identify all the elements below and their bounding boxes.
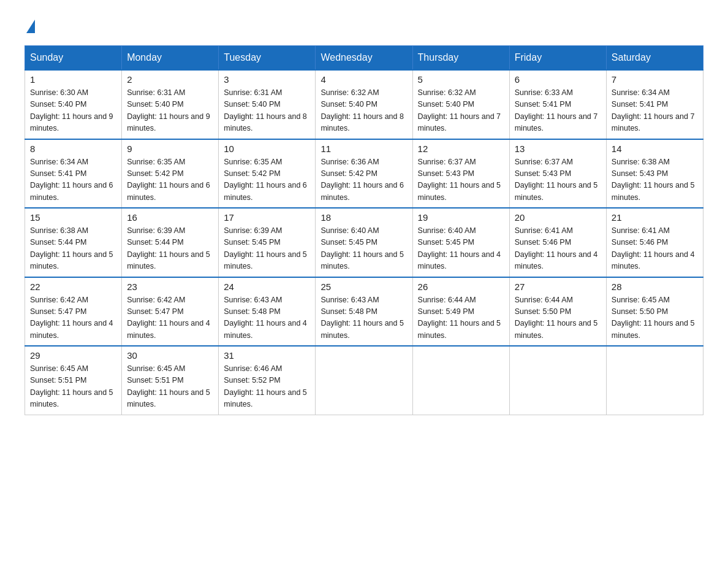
calendar-cell: 5Sunrise: 6:32 AMSunset: 5:40 PMDaylight… — [412, 70, 509, 139]
day-number: 20 — [515, 212, 601, 223]
day-info: Sunrise: 6:34 AMSunset: 5:41 PMDaylight:… — [30, 156, 116, 204]
day-info: Sunrise: 6:42 AMSunset: 5:47 PMDaylight:… — [127, 294, 213, 342]
day-info: Sunrise: 6:45 AMSunset: 5:51 PMDaylight:… — [127, 363, 213, 411]
day-number: 19 — [418, 212, 504, 223]
day-number: 17 — [224, 212, 310, 223]
day-number: 6 — [515, 74, 601, 85]
day-info: Sunrise: 6:36 AMSunset: 5:42 PMDaylight:… — [320, 156, 407, 204]
calendar-cell: 26Sunrise: 6:44 AMSunset: 5:49 PMDayligh… — [412, 277, 509, 347]
calendar-cell: 13Sunrise: 6:37 AMSunset: 5:43 PMDayligh… — [509, 139, 606, 209]
column-header-monday: Monday — [122, 46, 219, 71]
calendar-week-row: 15Sunrise: 6:38 AMSunset: 5:44 PMDayligh… — [25, 208, 703, 277]
day-info: Sunrise: 6:34 AMSunset: 5:41 PMDaylight:… — [612, 87, 698, 135]
day-info: Sunrise: 6:32 AMSunset: 5:40 PMDaylight:… — [320, 87, 407, 135]
day-number: 1 — [30, 74, 116, 85]
day-number: 18 — [320, 212, 407, 223]
calendar-cell — [606, 346, 703, 415]
day-number: 7 — [612, 74, 698, 85]
logo — [25, 18, 36, 33]
day-info: Sunrise: 6:37 AMSunset: 5:43 PMDaylight:… — [418, 156, 504, 204]
calendar-cell: 15Sunrise: 6:38 AMSunset: 5:44 PMDayligh… — [25, 208, 122, 277]
calendar-cell: 24Sunrise: 6:43 AMSunset: 5:48 PMDayligh… — [219, 277, 316, 347]
calendar-cell — [412, 346, 509, 415]
day-number: 25 — [320, 282, 407, 292]
day-info: Sunrise: 6:33 AMSunset: 5:41 PMDaylight:… — [515, 87, 601, 135]
day-number: 21 — [612, 212, 698, 223]
day-number: 22 — [30, 282, 116, 292]
day-info: Sunrise: 6:38 AMSunset: 5:43 PMDaylight:… — [612, 156, 698, 204]
day-info: Sunrise: 6:39 AMSunset: 5:44 PMDaylight:… — [127, 225, 213, 273]
calendar-cell: 18Sunrise: 6:40 AMSunset: 5:45 PMDayligh… — [316, 208, 412, 277]
day-number: 26 — [418, 282, 504, 292]
calendar-cell: 22Sunrise: 6:42 AMSunset: 5:47 PMDayligh… — [25, 277, 122, 347]
day-number: 2 — [127, 74, 213, 85]
day-number: 5 — [418, 74, 504, 85]
day-info: Sunrise: 6:31 AMSunset: 5:40 PMDaylight:… — [224, 87, 310, 135]
calendar-week-row: 8Sunrise: 6:34 AMSunset: 5:41 PMDaylight… — [25, 139, 703, 209]
calendar-cell: 27Sunrise: 6:44 AMSunset: 5:50 PMDayligh… — [509, 277, 606, 347]
day-info: Sunrise: 6:44 AMSunset: 5:50 PMDaylight:… — [515, 294, 601, 342]
calendar-cell: 23Sunrise: 6:42 AMSunset: 5:47 PMDayligh… — [122, 277, 219, 347]
day-info: Sunrise: 6:37 AMSunset: 5:43 PMDaylight:… — [515, 156, 601, 204]
day-info: Sunrise: 6:45 AMSunset: 5:51 PMDaylight:… — [30, 363, 116, 411]
day-number: 28 — [612, 282, 698, 292]
calendar-week-row: 1Sunrise: 6:30 AMSunset: 5:40 PMDaylight… — [25, 70, 703, 139]
page-header — [25, 18, 703, 33]
calendar-cell: 20Sunrise: 6:41 AMSunset: 5:46 PMDayligh… — [509, 208, 606, 277]
day-number: 11 — [320, 144, 407, 154]
calendar-cell: 9Sunrise: 6:35 AMSunset: 5:42 PMDaylight… — [122, 139, 219, 209]
calendar-cell: 4Sunrise: 6:32 AMSunset: 5:40 PMDaylight… — [316, 70, 412, 139]
calendar-cell: 19Sunrise: 6:40 AMSunset: 5:45 PMDayligh… — [412, 208, 509, 277]
day-info: Sunrise: 6:43 AMSunset: 5:48 PMDaylight:… — [320, 294, 407, 342]
calendar-cell: 31Sunrise: 6:46 AMSunset: 5:52 PMDayligh… — [219, 346, 316, 415]
column-header-tuesday: Tuesday — [219, 46, 316, 71]
column-header-saturday: Saturday — [606, 46, 703, 71]
day-number: 23 — [127, 282, 213, 292]
day-number: 13 — [515, 144, 601, 154]
calendar-cell: 25Sunrise: 6:43 AMSunset: 5:48 PMDayligh… — [316, 277, 412, 347]
day-info: Sunrise: 6:35 AMSunset: 5:42 PMDaylight:… — [127, 156, 213, 204]
calendar-cell — [509, 346, 606, 415]
day-number: 31 — [224, 350, 310, 361]
calendar-header-row: SundayMondayTuesdayWednesdayThursdayFrid… — [25, 46, 703, 71]
calendar-week-row: 29Sunrise: 6:45 AMSunset: 5:51 PMDayligh… — [25, 346, 703, 415]
calendar-cell: 3Sunrise: 6:31 AMSunset: 5:40 PMDaylight… — [219, 70, 316, 139]
calendar-cell: 11Sunrise: 6:36 AMSunset: 5:42 PMDayligh… — [316, 139, 412, 209]
calendar-cell: 6Sunrise: 6:33 AMSunset: 5:41 PMDaylight… — [509, 70, 606, 139]
day-number: 30 — [127, 350, 213, 361]
day-number: 12 — [418, 144, 504, 154]
day-info: Sunrise: 6:31 AMSunset: 5:40 PMDaylight:… — [127, 87, 213, 135]
calendar-cell: 7Sunrise: 6:34 AMSunset: 5:41 PMDaylight… — [606, 70, 703, 139]
calendar-cell: 30Sunrise: 6:45 AMSunset: 5:51 PMDayligh… — [122, 346, 219, 415]
day-number: 15 — [30, 212, 116, 223]
day-info: Sunrise: 6:40 AMSunset: 5:45 PMDaylight:… — [418, 225, 504, 273]
column-header-sunday: Sunday — [25, 46, 122, 71]
day-info: Sunrise: 6:46 AMSunset: 5:52 PMDaylight:… — [224, 363, 310, 411]
day-number: 24 — [224, 282, 310, 292]
day-number: 27 — [515, 282, 601, 292]
column-header-friday: Friday — [509, 46, 606, 71]
calendar-cell: 14Sunrise: 6:38 AMSunset: 5:43 PMDayligh… — [606, 139, 703, 209]
calendar-cell: 16Sunrise: 6:39 AMSunset: 5:44 PMDayligh… — [122, 208, 219, 277]
day-info: Sunrise: 6:32 AMSunset: 5:40 PMDaylight:… — [418, 87, 504, 135]
calendar-table: SundayMondayTuesdayWednesdayThursdayFrid… — [25, 45, 703, 415]
day-info: Sunrise: 6:43 AMSunset: 5:48 PMDaylight:… — [224, 294, 310, 342]
calendar-cell: 21Sunrise: 6:41 AMSunset: 5:46 PMDayligh… — [606, 208, 703, 277]
calendar-cell: 2Sunrise: 6:31 AMSunset: 5:40 PMDaylight… — [122, 70, 219, 139]
calendar-cell: 8Sunrise: 6:34 AMSunset: 5:41 PMDaylight… — [25, 139, 122, 209]
day-number: 10 — [224, 144, 310, 154]
day-number: 14 — [612, 144, 698, 154]
day-info: Sunrise: 6:35 AMSunset: 5:42 PMDaylight:… — [224, 156, 310, 204]
calendar-cell: 29Sunrise: 6:45 AMSunset: 5:51 PMDayligh… — [25, 346, 122, 415]
day-info: Sunrise: 6:41 AMSunset: 5:46 PMDaylight:… — [612, 225, 698, 273]
calendar-cell: 10Sunrise: 6:35 AMSunset: 5:42 PMDayligh… — [219, 139, 316, 209]
calendar-cell: 28Sunrise: 6:45 AMSunset: 5:50 PMDayligh… — [606, 277, 703, 347]
day-info: Sunrise: 6:42 AMSunset: 5:47 PMDaylight:… — [30, 294, 116, 342]
calendar-cell: 1Sunrise: 6:30 AMSunset: 5:40 PMDaylight… — [25, 70, 122, 139]
day-number: 8 — [30, 144, 116, 154]
column-header-thursday: Thursday — [412, 46, 509, 71]
calendar-cell — [316, 346, 412, 415]
day-info: Sunrise: 6:39 AMSunset: 5:45 PMDaylight:… — [224, 225, 310, 273]
day-info: Sunrise: 6:40 AMSunset: 5:45 PMDaylight:… — [320, 225, 407, 273]
calendar-cell: 17Sunrise: 6:39 AMSunset: 5:45 PMDayligh… — [219, 208, 316, 277]
